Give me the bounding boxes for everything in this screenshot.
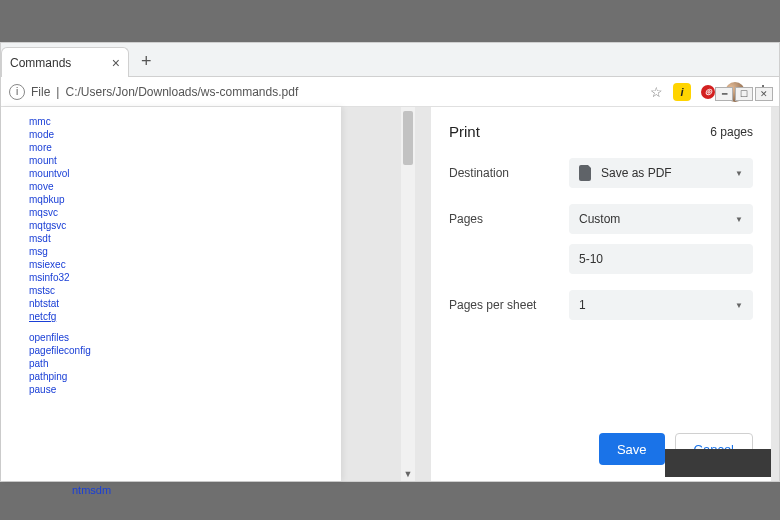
pdf-toolbar-fragment [665, 449, 771, 477]
stray-bottom-text: ntmsdm [72, 484, 111, 496]
command-link[interactable]: msdt [29, 232, 313, 245]
command-link[interactable]: mqbkup [29, 193, 313, 206]
command-link[interactable]: mount [29, 154, 313, 167]
tab-strip: Commands × + [1, 43, 779, 77]
command-link[interactable]: pause [29, 383, 313, 396]
address-bar: i File | C:/Users/Jon/Downloads/ws-comma… [1, 77, 779, 107]
pages-mode-dropdown[interactable]: Custom ▼ [569, 204, 753, 234]
command-link[interactable]: pagefileconfig [29, 344, 313, 357]
chevron-down-icon: ▼ [735, 169, 743, 178]
bookmark-star-icon[interactable]: ☆ [650, 84, 663, 100]
url-text[interactable]: C:/Users/Jon/Downloads/ws-commands.pdf [65, 85, 644, 99]
save-button[interactable]: Save [599, 433, 665, 465]
pages-label: Pages [449, 212, 569, 226]
file-scheme-label: File [31, 85, 50, 99]
separator: | [56, 85, 59, 99]
command-link[interactable]: mode [29, 128, 313, 141]
command-link[interactable]: nbtstat [29, 297, 313, 310]
extension-red-icon[interactable]: ◎ [701, 85, 715, 99]
tab-title: Commands [10, 56, 71, 70]
pps-dropdown[interactable]: 1 ▼ [569, 290, 753, 320]
close-icon[interactable]: × [112, 55, 120, 71]
command-link[interactable]: path [29, 357, 313, 370]
command-link[interactable]: msinfo32 [29, 271, 313, 284]
pages-mode-value: Custom [579, 212, 620, 226]
command-link[interactable]: msg [29, 245, 313, 258]
browser-window: ━ ☐ ✕ Commands × + i File | C:/Users/Jon… [0, 42, 780, 482]
chevron-down-icon: ▼ [735, 215, 743, 224]
command-link[interactable]: mqsvc [29, 206, 313, 219]
window-controls: ━ ☐ ✕ [715, 87, 773, 101]
chevron-down-icon: ▼ [735, 301, 743, 310]
command-link[interactable]: msiexec [29, 258, 313, 271]
pages-range-value: 5-10 [579, 252, 603, 266]
print-preview: mmcmodemoremountmountvolmovemqbkupmqsvcm… [1, 107, 341, 481]
destination-label: Destination [449, 166, 569, 180]
destination-dropdown[interactable]: Save as PDF ▼ [569, 158, 753, 188]
new-tab-button[interactable]: + [141, 51, 152, 72]
tab-active[interactable]: Commands × [1, 47, 129, 77]
page-count: 6 pages [710, 125, 753, 139]
pdf-file-icon [579, 165, 593, 181]
pps-label: Pages per sheet [449, 298, 569, 312]
print-panel: Print 6 pages Destination Save as PDF ▼ … [431, 107, 771, 481]
window-maximize[interactable]: ☐ [735, 87, 753, 101]
command-link[interactable]: mstsc [29, 284, 313, 297]
destination-value: Save as PDF [601, 166, 672, 180]
panel-title: Print [449, 123, 480, 140]
command-link[interactable]: more [29, 141, 313, 154]
command-link[interactable]: netcfg [29, 310, 313, 323]
window-close[interactable]: ✕ [755, 87, 773, 101]
scroll-down-icon[interactable]: ▼ [401, 467, 415, 481]
command-link[interactable]: mmc [29, 115, 313, 128]
file-info-icon[interactable]: i [9, 84, 25, 100]
pages-range-input[interactable]: 5-10 [569, 244, 753, 274]
pps-value: 1 [579, 298, 586, 312]
window-minimize[interactable]: ━ [715, 87, 733, 101]
content-area: mmcmodemoremountmountvolmovemqbkupmqsvcm… [1, 107, 779, 481]
command-link[interactable]: mountvol [29, 167, 313, 180]
scroll-thumb[interactable] [403, 111, 413, 165]
command-link[interactable]: pathping [29, 370, 313, 383]
command-link[interactable]: openfiles [29, 331, 313, 344]
command-link[interactable]: mqtgsvc [29, 219, 313, 232]
extension-yellow-icon[interactable]: i [673, 83, 691, 101]
preview-scrollbar[interactable]: ▲ ▼ [401, 107, 415, 481]
command-link[interactable]: move [29, 180, 313, 193]
